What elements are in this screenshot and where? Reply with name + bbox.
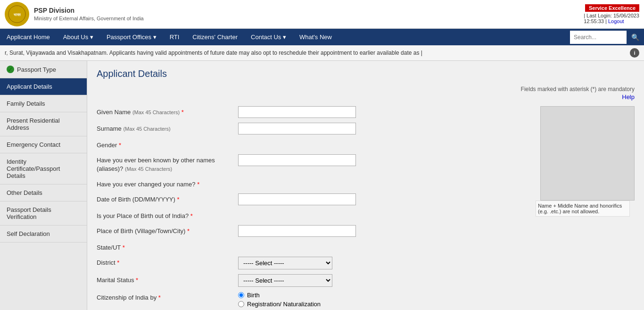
- sidebar-item-identity-certificate[interactable]: Identity Certificate/Passport Details: [0, 153, 87, 184]
- header: भारत PSP Division Ministry of External A…: [0, 0, 644, 29]
- district-label: District *: [97, 257, 238, 267]
- dob-row: Date of Birth (DD/MM/YYYY) *: [97, 193, 531, 205]
- page-title: Applicant Details: [97, 68, 635, 79]
- sidebar-item-family-details[interactable]: Family Details: [0, 95, 87, 112]
- photo-upload-box: [540, 106, 635, 201]
- svg-text:भारत: भारत: [14, 13, 21, 17]
- check-icon: ✓: [7, 66, 14, 73]
- sidebar-item-address[interactable]: Present Residential Address: [0, 112, 87, 136]
- marital-status-label: Marital Status *: [97, 274, 238, 285]
- logo-emblem: भारत: [5, 2, 29, 26]
- sidebar-label-other-details: Other Details: [7, 189, 42, 196]
- surname-label: Surname (Max 45 Characters): [97, 123, 238, 133]
- nav-contact-us[interactable]: Contact Us ▾: [244, 29, 293, 45]
- search-box: 🔍: [570, 31, 644, 44]
- district-row: District * ----- Select -----: [97, 257, 531, 269]
- login-info: | Last Login: 15/06/2023 12:55:33 | Logo…: [584, 13, 639, 24]
- given-name-input-wrap: [238, 106, 531, 118]
- header-right: Service Excellence | Last Login: 15/06/2…: [584, 4, 639, 24]
- sidebar: ✓ Passport Type Applicant Details Family…: [0, 61, 87, 310]
- nav-about-us[interactable]: About Us ▾: [57, 29, 100, 45]
- aliases-label: Have you ever been known by other names …: [97, 154, 238, 173]
- sidebar-item-passport-verification[interactable]: Passport Details Verification: [0, 201, 87, 226]
- nav-applicant-home[interactable]: Applicant Home: [0, 29, 57, 45]
- last-login-date: 15/06/2023: [613, 13, 639, 18]
- search-input[interactable]: [570, 31, 627, 43]
- right-info-text: Name + Middle Name and honorifics (e.g. …: [536, 201, 630, 217]
- name-changed-label: Have you ever changed your name? *: [97, 178, 238, 189]
- main-form-area: Applicant Details Fields marked with ast…: [87, 61, 644, 310]
- state-ut-row: State/UT *: [97, 242, 531, 252]
- ticker-text: r, Surat, Vijayawada and Visakhapatnam. …: [5, 50, 626, 56]
- ticker-info-icon[interactable]: i: [630, 48, 639, 58]
- nav-whats-new[interactable]: What's New: [293, 29, 339, 45]
- logout-link[interactable]: Logout: [608, 18, 624, 24]
- form-section: Given Name (Max 45 Characters) * Surname…: [97, 106, 635, 310]
- name-changed-row: Have you ever changed your name? *: [97, 178, 531, 189]
- header-left: भारत PSP Division Ministry of External A…: [5, 2, 144, 26]
- sidebar-item-other-details[interactable]: Other Details: [0, 184, 87, 201]
- sidebar-item-applicant-details[interactable]: Applicant Details: [0, 78, 87, 95]
- birth-out-india-row: Is your Place of Birth out of India? *: [97, 210, 531, 220]
- last-login-time: 12:55:33: [584, 18, 604, 24]
- surname-input-wrap: [238, 123, 531, 134]
- help-link-container: Help: [97, 93, 635, 101]
- sidebar-item-emergency-contact[interactable]: Emergency Contact: [0, 136, 87, 153]
- place-of-birth-label: Place of Birth (Village/Town/City) *: [97, 225, 238, 235]
- gender-row: Gender *: [97, 139, 531, 150]
- citizenship-birth-radio[interactable]: [238, 292, 244, 298]
- ticker-bar: r, Surat, Vijayawada and Visakhapatnam. …: [0, 45, 644, 61]
- content-area: ✓ Passport Type Applicant Details Family…: [0, 61, 644, 310]
- help-link[interactable]: Help: [622, 93, 635, 101]
- nav-passport-offices[interactable]: Passport Offices ▾: [100, 29, 163, 45]
- district-select[interactable]: ----- Select -----: [238, 257, 332, 269]
- dob-input[interactable]: [238, 193, 356, 205]
- search-button[interactable]: 🔍: [627, 31, 644, 44]
- given-name-input[interactable]: [238, 106, 356, 118]
- dob-input-wrap: [238, 193, 531, 205]
- sidebar-label-family-details: Family Details: [7, 100, 45, 107]
- nav-bar: Applicant Home About Us ▾ Passport Offic…: [0, 29, 644, 45]
- sidebar-label-passport-verification: Passport Details Verification: [7, 206, 80, 220]
- citizenship-birth-option[interactable]: Birth: [238, 292, 531, 299]
- sidebar-item-self-declaration[interactable]: Self Declaration: [0, 226, 87, 243]
- right-panel: Name + Middle Name and honorifics (e.g. …: [536, 106, 635, 310]
- nav-citizens-charter[interactable]: Citizens' Charter: [186, 29, 244, 45]
- aliases-input-wrap: [238, 154, 531, 166]
- citizenship-registration-radio[interactable]: [238, 301, 244, 307]
- gender-label: Gender *: [97, 139, 238, 150]
- marital-status-input-wrap: ----- Select -----: [238, 274, 531, 287]
- place-of-birth-row: Place of Birth (Village/Town/City) *: [97, 225, 531, 237]
- birth-out-india-label: Is your Place of Birth out of India? *: [97, 210, 238, 220]
- sidebar-label-address: Present Residential Address: [7, 117, 80, 131]
- place-of-birth-input[interactable]: [238, 225, 356, 237]
- service-excellence-badge: Service Excellence: [585, 4, 639, 12]
- dob-label: Date of Birth (DD/MM/YYYY) *: [97, 193, 238, 204]
- place-of-birth-input-wrap: [238, 225, 531, 237]
- sidebar-label-passport-type: Passport Type: [17, 66, 56, 73]
- org-name: PSP Division: [34, 6, 144, 16]
- ministry-name: Ministry of External Affairs, Government…: [34, 15, 144, 22]
- mandatory-note: Fields marked with asterisk (*) are mand…: [97, 86, 635, 92]
- sidebar-item-passport-type[interactable]: ✓ Passport Type: [0, 61, 87, 78]
- citizenship-input-wrap: Birth Registration/ Naturalization Desce…: [238, 292, 531, 310]
- nav-rti[interactable]: RTI: [163, 29, 186, 45]
- last-login-label: Last Login:: [586, 13, 612, 18]
- sidebar-label-emergency-contact: Emergency Contact: [7, 141, 60, 148]
- sidebar-label-identity-certificate: Identity Certificate/Passport Details: [7, 158, 80, 179]
- given-name-label: Given Name (Max 45 Characters) *: [97, 106, 238, 117]
- surname-input[interactable]: [238, 123, 356, 134]
- citizenship-label: Citizenship of India by *: [97, 292, 238, 302]
- aliases-input[interactable]: [238, 154, 356, 166]
- marital-status-row: Marital Status * ----- Select -----: [97, 274, 531, 287]
- surname-row: Surname (Max 45 Characters): [97, 123, 531, 134]
- state-ut-label: State/UT *: [97, 242, 238, 252]
- given-name-row: Given Name (Max 45 Characters) *: [97, 106, 531, 118]
- form-fields: Given Name (Max 45 Characters) * Surname…: [97, 106, 531, 310]
- marital-status-select[interactable]: ----- Select -----: [238, 274, 332, 287]
- sidebar-label-applicant-details: Applicant Details: [7, 83, 52, 90]
- citizenship-radio-group: Birth Registration/ Naturalization Desce…: [238, 292, 531, 310]
- citizenship-registration-option[interactable]: Registration/ Naturalization: [238, 301, 531, 308]
- sidebar-label-self-declaration: Self Declaration: [7, 230, 50, 237]
- logo-text: PSP Division Ministry of External Affair…: [34, 6, 144, 23]
